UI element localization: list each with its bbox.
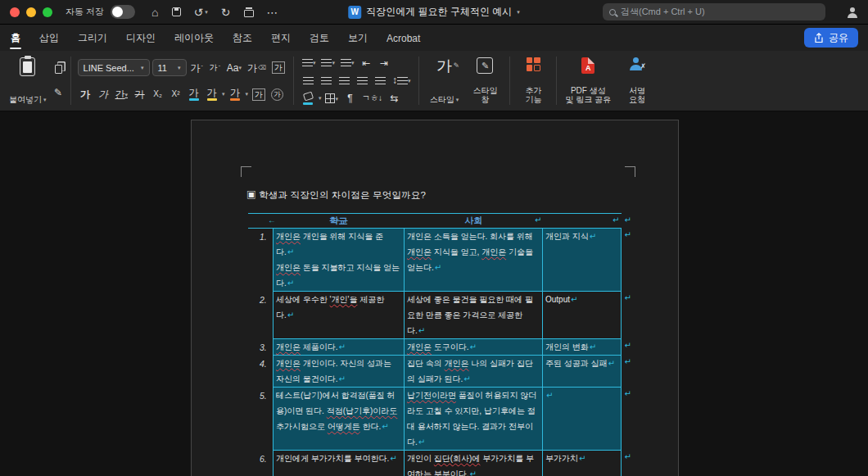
change-case-button[interactable]: Aa▾ [225, 60, 243, 76]
cell-note[interactable]: 개인의 변화↵ [543, 339, 622, 356]
shading-button[interactable] [301, 90, 316, 107]
divider [418, 57, 419, 105]
cell-society[interactable]: 개인이 집단(회사)에 부가가치를 부여하는 부분이다.↵ [405, 451, 543, 476]
cell-society[interactable]: 세상에 좋은 물건을 필요한 때에 필요한 만큼 좋은 가격으로 제공한다.↵ [405, 292, 543, 339]
tab-보기[interactable]: 보기 [347, 25, 368, 51]
sort-button[interactable]: ㄱㅎ↓ [360, 90, 384, 107]
paint-bucket-icon [303, 91, 314, 101]
character-border-button[interactable]: 가 [251, 86, 267, 102]
minimize-window-button[interactable] [26, 7, 36, 17]
copy-button[interactable] [51, 61, 66, 77]
table-header-society[interactable]: 사회 [405, 215, 543, 227]
document-heading[interactable]: ▣ 학생과 직장인의 차이점은 무엇일까요? [246, 189, 426, 202]
redo-button[interactable]: ↻ [221, 7, 231, 18]
align-left-button[interactable] [301, 72, 316, 88]
distribute-button[interactable] [373, 72, 388, 88]
grow-font-button[interactable]: 가ˆ [189, 60, 205, 76]
profile-icon[interactable] [847, 7, 858, 18]
tab-레이아웃[interactable]: 레이아웃 [174, 25, 215, 51]
tab-삽입[interactable]: 삽입 [38, 25, 60, 51]
align-right-button[interactable] [337, 72, 352, 88]
fullscreen-window-button[interactable] [43, 7, 52, 17]
cell-note[interactable]: ↵ [543, 388, 622, 451]
styles-pane-button[interactable]: ✎ 스타일창 [466, 54, 504, 107]
shrink-font-button[interactable]: 가ˇ [207, 60, 223, 76]
print-button[interactable] [244, 7, 254, 17]
pen-color-button[interactable]: 가 [186, 86, 201, 102]
cell-school[interactable]: 개인은 개인을 위해 지식을 준다.↵개인은 돈을 지불하고 지식을 얻는다.↵ [273, 229, 405, 292]
text-highlight-button[interactable]: 가 [204, 86, 219, 102]
cell-note[interactable]: Output↵ [543, 292, 622, 339]
underline-button[interactable]: 간▾ [114, 86, 130, 102]
increase-indent-button[interactable]: ⇥ [377, 55, 392, 71]
save-button[interactable] [172, 7, 181, 16]
paste-button[interactable]: 붙여넣기▾ [5, 54, 51, 107]
home-button[interactable]: ⌂ [151, 7, 158, 18]
tab-Acrobat[interactable]: Acrobat [386, 26, 421, 50]
tab-홈[interactable]: 홈 [10, 25, 21, 51]
bold-button[interactable]: 가 [78, 86, 93, 102]
row-end-mark: ↵ [625, 389, 631, 398]
font-name-select[interactable]: LINE Seed...▾ [78, 59, 150, 76]
cell-society[interactable]: 집단 속의 개인은 나의 실패가 집단의 실패가 된다.↵ [405, 356, 543, 388]
italic-button[interactable]: 가 [96, 86, 111, 102]
document-page[interactable]: ▣ 학생과 직장인의 차이점은 무엇일까요? ← 학교 사회 ↵ ↵ ↵ 1.개… [191, 120, 679, 476]
cell-society[interactable]: 납기전이라면 품질이 허용되지 않더라도 고칠 수 있지만, 납기후에는 절대 … [405, 388, 543, 451]
cell-society[interactable]: 개인은 소득을 얻는다. 회사를 위해 개인은 지식을 얻고, 개인은 기술을 … [405, 229, 543, 292]
row-end-mark: ↵ [625, 357, 631, 366]
pdf-share-button[interactable]: PDF 생성및 링크 공유 [561, 54, 615, 107]
align-center-icon [321, 77, 332, 84]
cell-school[interactable]: 개인은 제품이다.↵ [273, 339, 405, 356]
document-title-menu[interactable]: W 직장인에게 필요한 구체적인 예시 ▾ [348, 5, 520, 19]
cell-school[interactable]: 세상에 우수한 '개인'을 제공한다.↵ [273, 292, 405, 339]
close-window-button[interactable] [10, 7, 20, 17]
format-painter-button[interactable]: ✎ [51, 84, 66, 101]
tab-그리기[interactable]: 그리기 [77, 25, 108, 51]
cell-note[interactable]: 부가가치↵ [543, 451, 622, 476]
row-number: 6. [248, 451, 273, 476]
tab-디자인[interactable]: 디자인 [125, 25, 156, 51]
clear-formatting-button[interactable]: 가⌫ [246, 60, 268, 76]
signature-icon: ✗ [630, 57, 644, 70]
strikethrough-button[interactable]: 가 [132, 86, 147, 102]
share-icon [814, 33, 824, 43]
cell-school[interactable]: 개인에게 부가가치를 부여한다.↵ [273, 451, 405, 476]
table-header-row[interactable]: ← 학교 사회 ↵ ↵ ↵ [248, 213, 622, 229]
subscript-button[interactable]: X₂ [150, 86, 165, 102]
tab-편지[interactable]: 편지 [270, 25, 292, 51]
phonetic-guide-button[interactable]: 가 [270, 60, 287, 76]
more-toolbar-button[interactable]: ⋯ [267, 7, 278, 18]
tab-검토[interactable]: 검토 [309, 25, 330, 51]
superscript-button[interactable]: X² [168, 86, 183, 102]
cell-school[interactable]: 개인은 개인이다. 자신의 성과는 자신의 물건이다.↵ [273, 356, 405, 388]
text-direction-button[interactable]: ⇆ [387, 90, 402, 107]
table-header-school[interactable]: 학교 [273, 215, 405, 227]
row-end-mark: ↵ [625, 293, 631, 302]
divider [556, 57, 557, 105]
undo-button[interactable]: ↺▾ [194, 7, 208, 18]
tab-참조[interactable]: 참조 [232, 25, 253, 51]
share-button[interactable]: 공유 [804, 28, 858, 48]
font-color-button[interactable]: 가 [228, 86, 243, 102]
borders-button[interactable]: ▾ [323, 90, 340, 107]
signature-request-button[interactable]: ✗ 서명요청 [618, 54, 656, 107]
numbering-button[interactable]: ▾ [319, 55, 337, 71]
formatting-marks-button[interactable]: ¶ [342, 90, 358, 107]
search-input[interactable]: 검색(Cmd + Ctrl + U) [603, 3, 825, 20]
font-size-select[interactable]: 11▾ [152, 59, 187, 76]
decrease-indent-button[interactable]: ⇤ [359, 55, 374, 71]
bullets-button[interactable]: ▾ [301, 55, 318, 71]
addins-button[interactable]: 추가기능 [514, 54, 552, 107]
cell-note[interactable]: 개인과 지식↵ [543, 229, 622, 292]
align-center-button[interactable] [319, 72, 334, 88]
autosave-toggle[interactable] [111, 5, 135, 19]
cell-note[interactable]: 주된 성공과 실패↵ [543, 356, 622, 388]
enclose-characters-button[interactable]: 가 [269, 86, 285, 102]
line-spacing-button[interactable]: ↕▾ [391, 72, 413, 88]
cell-society[interactable]: 개인은 도구이다.↵ [405, 339, 543, 356]
styles-button[interactable]: 가 스타일▾ [425, 54, 463, 107]
multilevel-list-button[interactable]: ▾ [339, 55, 356, 71]
cell-school[interactable]: 테스트(납기)에서 합격점(품질 허용)이면 된다. 적점(납기후)이라도 추가… [273, 388, 405, 451]
print-icon [244, 10, 254, 17]
justify-button[interactable] [355, 72, 370, 88]
